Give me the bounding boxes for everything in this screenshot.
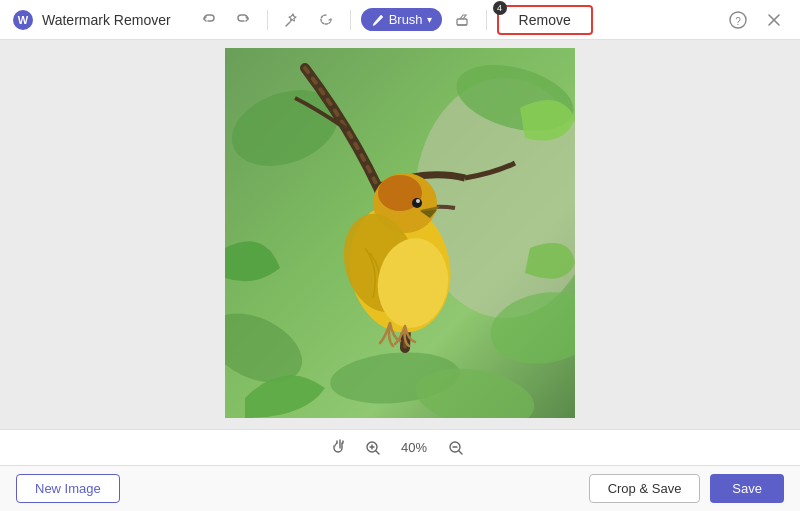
new-image-button[interactable]: New Image: [16, 474, 120, 503]
bird-image: [225, 48, 575, 418]
app-title: Watermark Remover: [42, 12, 171, 28]
remove-button[interactable]: Remove: [497, 5, 593, 35]
svg-text:W: W: [18, 14, 29, 26]
footer-right: Crop & Save Save: [589, 474, 784, 503]
app-icon: W: [12, 9, 34, 31]
lasso-button[interactable]: [312, 6, 340, 34]
toolbar-tools: Brush ▾ 4 Remove: [195, 5, 593, 35]
footer: New Image Crop & Save Save: [0, 465, 800, 511]
separator-2: [350, 10, 351, 30]
zoom-in-button[interactable]: [359, 434, 387, 462]
canvas-area: [0, 40, 800, 429]
separator-1: [267, 10, 268, 30]
image-container[interactable]: [225, 48, 575, 422]
footer-left: New Image: [16, 474, 120, 503]
eraser-button[interactable]: [448, 6, 476, 34]
brush-dropdown-icon: ▾: [427, 14, 432, 25]
notification-badge: 4: [493, 1, 507, 15]
redo-button[interactable]: [229, 6, 257, 34]
svg-point-23: [416, 199, 420, 203]
svg-line-2: [286, 22, 290, 26]
svg-text:?: ?: [735, 15, 741, 26]
crop-save-button[interactable]: Crop & Save: [589, 474, 701, 503]
undo-button[interactable]: [195, 6, 223, 34]
brush-label: Brush: [389, 12, 423, 27]
svg-rect-3: [457, 19, 467, 25]
separator-3: [486, 10, 487, 30]
magic-wand-button[interactable]: [278, 6, 306, 34]
zoom-bar: 40%: [0, 429, 800, 465]
zoom-out-button[interactable]: [442, 434, 470, 462]
help-button[interactable]: ?: [724, 6, 752, 34]
svg-line-27: [376, 451, 379, 454]
svg-line-30: [459, 451, 462, 454]
remove-btn-wrap: 4 Remove: [497, 5, 593, 35]
save-button[interactable]: Save: [710, 474, 784, 503]
titlebar-left: W Watermark Remover: [12, 5, 593, 35]
hand-tool-icon[interactable]: [331, 437, 349, 459]
titlebar-right: ?: [724, 6, 788, 34]
close-button[interactable]: [760, 6, 788, 34]
titlebar: W Watermark Remover: [0, 0, 800, 40]
zoom-level: 40%: [397, 440, 432, 455]
brush-button[interactable]: Brush ▾: [361, 8, 442, 31]
